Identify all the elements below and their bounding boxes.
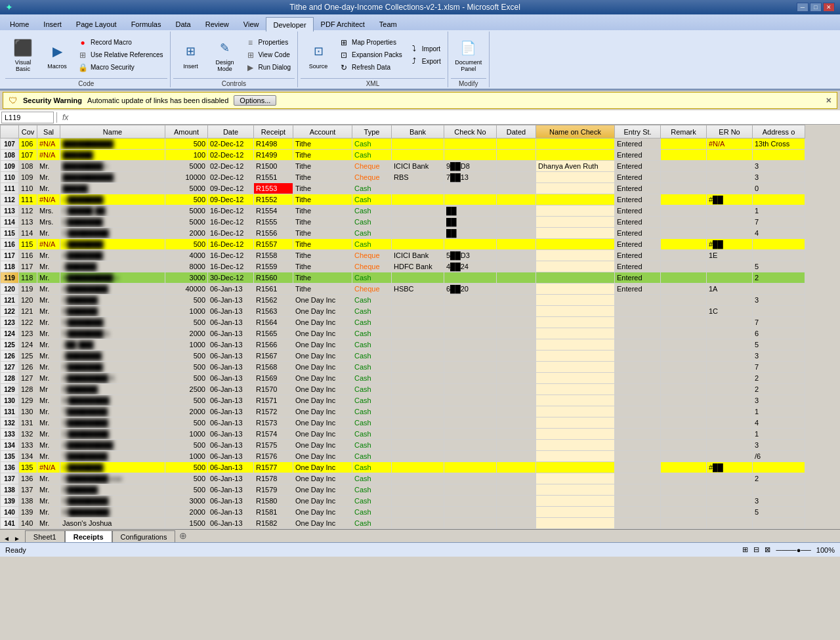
table-row[interactable]: 123122Mr.N███████50006-Jan-13R1564One Da… [1, 317, 805, 328]
table-cell[interactable]: 06-Jan-13 [208, 417, 254, 429]
table-cell[interactable]: 125 [19, 351, 37, 362]
table-cell[interactable]: ██ [444, 217, 497, 228]
table-cell[interactable] [392, 351, 444, 362]
table-cell[interactable] [661, 496, 707, 507]
table-cell[interactable] [392, 239, 444, 250]
table-cell[interactable]: Cash [352, 473, 392, 484]
table-cell[interactable]: 500 [165, 473, 208, 484]
table-cell[interactable]: 127 [19, 373, 37, 384]
table-row[interactable]: 130129Mr.M████████50006-Jan-13R1571One D… [1, 395, 805, 406]
table-cell[interactable] [497, 183, 536, 194]
table-cell[interactable] [661, 473, 707, 484]
table-cell[interactable]: ██ [444, 228, 497, 239]
table-cell[interactable] [497, 317, 536, 328]
table-cell[interactable] [497, 362, 536, 373]
table-cell[interactable] [536, 217, 615, 228]
table-cell[interactable]: 3 [753, 395, 805, 406]
sheet-tab-sheet1[interactable]: Sheet1 [25, 530, 65, 542]
table-cell[interactable] [661, 462, 707, 473]
table-cell[interactable]: One Day Inc [293, 373, 352, 384]
table-cell[interactable] [661, 228, 707, 239]
col-header-j[interactable]: Check No [444, 125, 497, 139]
window-controls[interactable]: ─ □ ✕ [797, 3, 835, 12]
table-cell[interactable]: Cash [352, 484, 392, 496]
table-cell[interactable]: R1558 [254, 250, 293, 261]
table-cell[interactable]: 133 [19, 440, 37, 451]
table-cell[interactable]: 1000 [165, 429, 208, 440]
table-cell[interactable]: 109 [19, 172, 37, 183]
security-bar-close[interactable]: ✕ [826, 96, 831, 105]
table-cell[interactable]: #██ [707, 239, 753, 250]
table-cell[interactable]: Mr. [37, 172, 60, 183]
table-cell[interactable] [661, 261, 707, 272]
table-cell[interactable]: R1582 [254, 518, 293, 529]
table-cell[interactable] [392, 429, 444, 440]
table-cell[interactable]: 06-Jan-13 [208, 306, 254, 317]
table-cell[interactable]: One Day Inc [293, 473, 352, 484]
table-cell[interactable]: 5000 [165, 161, 208, 172]
table-cell[interactable] [536, 440, 615, 451]
table-cell[interactable]: Cheque [352, 284, 392, 295]
table-cell[interactable]: 1 [753, 429, 805, 440]
table-cell[interactable] [444, 272, 497, 284]
table-cell[interactable]: 06-Jan-13 [208, 484, 254, 496]
table-cell[interactable]: 1500 [165, 518, 208, 529]
table-cell[interactable]: T████████ [60, 406, 165, 417]
table-cell[interactable]: Cash [352, 217, 392, 228]
table-cell[interactable] [707, 518, 753, 529]
table-cell[interactable]: 122 [19, 317, 37, 328]
table-cell[interactable]: #N/A [37, 139, 60, 150]
table-cell[interactable]: Mr. [37, 484, 60, 496]
table-cell[interactable]: 06-Jan-13 [208, 473, 254, 484]
sheet-tab-receipts[interactable]: Receipts [65, 530, 112, 542]
table-row[interactable]: 120119Mr.A████████4000006-Jan-13R1561Tit… [1, 284, 805, 295]
table-cell[interactable]: Entered [615, 150, 661, 161]
table-cell[interactable] [707, 496, 753, 507]
table-cell[interactable]: 120 [19, 295, 37, 306]
table-cell[interactable]: 500 [165, 373, 208, 384]
table-cell[interactable] [536, 194, 615, 205]
table-cell[interactable]: J███████ [60, 351, 165, 362]
table-cell[interactable]: R1567 [254, 351, 293, 362]
table-cell[interactable]: 7 [753, 362, 805, 373]
table-cell[interactable]: 06-Jan-13 [208, 295, 254, 306]
table-cell[interactable]: #██ [707, 462, 753, 473]
table-cell[interactable] [497, 205, 536, 217]
table-cell[interactable] [444, 496, 497, 507]
table-cell[interactable]: Cash [352, 395, 392, 406]
table-cell[interactable]: G████████ [60, 429, 165, 440]
table-cell[interactable]: Cash [352, 272, 392, 284]
table-cell[interactable]: 6██20 [444, 284, 497, 295]
map-properties-button[interactable]: ⊞ Map Properties [336, 37, 405, 49]
table-row[interactable]: 141140Mr.Jason's Joshua150006-Jan-13R158… [1, 518, 805, 529]
table-cell[interactable] [615, 484, 661, 496]
table-cell[interactable] [392, 473, 444, 484]
table-cell[interactable]: Tithe [293, 205, 352, 217]
table-cell[interactable] [392, 484, 444, 496]
tab-page-layout[interactable]: Page Layout [69, 17, 124, 30]
table-cell[interactable]: Entered [615, 194, 661, 205]
table-cell[interactable] [444, 150, 497, 161]
table-cell[interactable] [536, 451, 615, 462]
table-cell[interactable]: 06-Jan-13 [208, 429, 254, 440]
table-cell[interactable]: 500 [165, 417, 208, 429]
table-cell[interactable] [707, 384, 753, 395]
table-cell[interactable] [497, 139, 536, 150]
table-cell[interactable]: 02-Dec-12 [208, 172, 254, 183]
table-cell[interactable]: HDFC Bank [392, 261, 444, 272]
table-row[interactable]: 126125Mr.J███████50006-Jan-13R1567One Da… [1, 351, 805, 362]
table-cell[interactable]: Tithe [293, 272, 352, 284]
table-row[interactable]: 122121Mr.B██████100006-Jan-13R1563One Da… [1, 306, 805, 317]
table-cell[interactable]: R1559 [254, 261, 293, 272]
table-cell[interactable]: R1569 [254, 373, 293, 384]
table-cell[interactable] [707, 417, 753, 429]
document-panel-button[interactable]: 📄 Document Panel [452, 36, 485, 74]
table-cell[interactable]: 16-Dec-12 [208, 217, 254, 228]
table-cell[interactable]: 5 [753, 507, 805, 518]
table-cell[interactable] [615, 518, 661, 529]
table-cell[interactable] [661, 339, 707, 351]
sheet-nav-right[interactable]: ► [12, 535, 22, 542]
table-cell[interactable] [707, 429, 753, 440]
table-cell[interactable]: 1000 [165, 339, 208, 351]
table-row[interactable]: 107106#N/A██████████50002-Dec-12R1498Tit… [1, 139, 805, 150]
